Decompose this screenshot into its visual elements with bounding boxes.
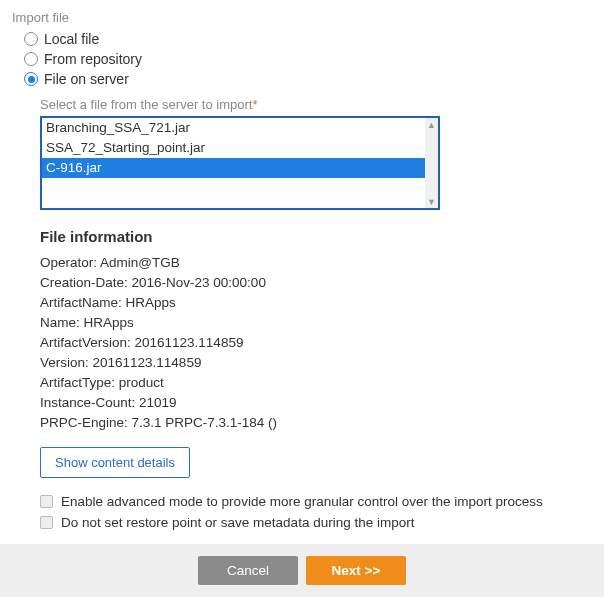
info-line: ArtifactVersion: 20161123.114859 [40, 333, 592, 353]
checkbox-no-restore-row: Do not set restore point or save metadat… [40, 515, 592, 530]
info-line: Creation-Date: 2016-Nov-23 00:00:00 [40, 273, 592, 293]
source-radio-group: Local file From repository File on serve… [24, 31, 592, 87]
field-label-text: Select a file from the server to import [40, 97, 252, 112]
import-file-header: Import file [12, 10, 592, 25]
file-information-header: File information [40, 228, 592, 245]
info-line: PRPC-Engine: 7.3.1 PRPC-7.3.1-184 () [40, 413, 592, 433]
radio-label: File on server [44, 71, 129, 87]
checkbox-advanced-mode-row: Enable advanced mode to provide more gra… [40, 494, 592, 509]
radio-label: Local file [44, 31, 99, 47]
server-file-field-label: Select a file from the server to import* [40, 97, 592, 112]
info-line: Operator: Admin@TGB [40, 253, 592, 273]
file-information-block: Operator: Admin@TGB Creation-Date: 2016-… [40, 253, 592, 433]
radio-icon [24, 32, 38, 46]
checkbox-advanced-mode[interactable] [40, 495, 53, 508]
checkbox-label: Do not set restore point or save metadat… [61, 515, 414, 530]
footer-bar: Cancel Next >> [0, 544, 604, 597]
next-button[interactable]: Next >> [306, 556, 406, 585]
scroll-up-icon[interactable]: ▲ [425, 118, 438, 131]
radio-icon-selected [24, 72, 38, 86]
info-line: ArtifactType: product [40, 373, 592, 393]
radio-file-on-server[interactable]: File on server [24, 71, 592, 87]
scrollbar[interactable]: ▲ ▼ [425, 118, 438, 208]
radio-from-repository[interactable]: From repository [24, 51, 592, 67]
list-item-selected[interactable]: C-916.jar [42, 158, 425, 178]
radio-label: From repository [44, 51, 142, 67]
server-file-listbox[interactable]: Branching_SSA_721.jar SSA_72_Starting_po… [40, 116, 440, 210]
list-item[interactable]: SSA_72_Starting_point.jar [42, 138, 425, 158]
info-line: ArtifactName: HRApps [40, 293, 592, 313]
radio-local-file[interactable]: Local file [24, 31, 592, 47]
show-content-details-button[interactable]: Show content details [40, 447, 190, 478]
info-line: Version: 20161123.114859 [40, 353, 592, 373]
radio-icon [24, 52, 38, 66]
cancel-button[interactable]: Cancel [198, 556, 298, 585]
checkbox-no-restore[interactable] [40, 516, 53, 529]
info-line: Instance-Count: 21019 [40, 393, 592, 413]
scroll-down-icon[interactable]: ▼ [425, 195, 438, 208]
checkbox-label: Enable advanced mode to provide more gra… [61, 494, 543, 509]
info-line: Name: HRApps [40, 313, 592, 333]
required-marker: * [252, 97, 257, 112]
list-item[interactable]: Branching_SSA_721.jar [42, 118, 425, 138]
